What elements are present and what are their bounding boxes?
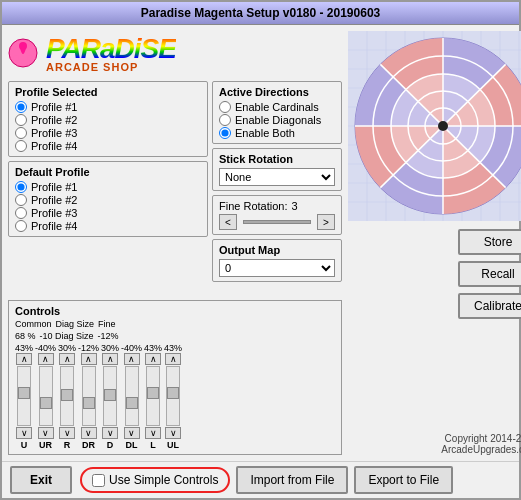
default-profile-3-option[interactable]: Profile #3 [15,207,201,219]
fine-header: Fine [98,319,116,329]
slider-common-up[interactable]: ∧ [16,353,32,365]
slider-ur-track [39,366,53,426]
stick-rotation-section: Stick Rotation None 45° 90° [212,148,342,191]
slider-ur-up[interactable]: ∧ [38,353,54,365]
default-profile-2-radio[interactable] [15,194,27,206]
profile-3-radio[interactable] [15,127,27,139]
fine-rotation-controls: < > [219,214,335,230]
slider-l-down[interactable]: ∨ [145,427,161,439]
default-profile-3-radio[interactable] [15,207,27,219]
default-profile-1-radio[interactable] [15,181,27,193]
enable-diagonals-radio[interactable] [219,114,231,126]
fine-rotation-value: 3 [291,200,297,212]
slider-dl-up[interactable]: ∧ [124,353,140,365]
slider-r-down[interactable]: ∨ [59,427,75,439]
default-profile-4-radio[interactable] [15,220,27,232]
import-button[interactable]: Import from File [236,466,348,494]
slider-r-up[interactable]: ∧ [59,353,75,365]
slider-d-down[interactable]: ∨ [102,427,118,439]
default-profile-1-option[interactable]: Profile #1 [15,181,201,193]
window-title: Paradise Magenta Setup v0180 - 20190603 [141,6,380,20]
recall-button[interactable]: Recall [458,261,521,287]
output-map-label: Output Map [219,244,335,256]
slider-d-up[interactable]: ∧ [102,353,118,365]
slider-col-dl: -40% ∧ ∨ DL [121,343,142,450]
fine-rotation-right-btn[interactable]: > [317,214,335,230]
calibrate-button[interactable]: Calibrate [458,293,521,319]
slider-r-thumb [61,389,73,401]
svg-point-3 [27,55,33,61]
slider-l-up[interactable]: ∧ [145,353,161,365]
default-profile-2-option[interactable]: Profile #2 [15,194,201,206]
fine-rotation-section: Fine Rotation: 3 < > [212,195,342,235]
common-value: 68 % [15,331,36,341]
slider-dl-track [125,366,139,426]
controls-values-row: 68 % -10 Diag Size -12% [15,331,335,341]
logo-text: PARaDiSE [46,35,176,63]
enable-cardinals-option[interactable]: Enable Cardinals [219,101,335,113]
slider-common-thumb [18,387,30,399]
fine-rotation-left-btn[interactable]: < [219,214,237,230]
store-button[interactable]: Store [458,229,521,255]
export-button[interactable]: Export to File [354,466,453,494]
slider-dr-track [82,366,96,426]
profile-2-radio[interactable] [15,114,27,126]
controls-label: Controls [15,305,335,317]
profile-selected-label: Profile Selected [15,86,201,98]
slider-dl-down[interactable]: ∨ [124,427,140,439]
main-row: Profile Selected Profile #1 Profile #2 P… [8,81,342,294]
title-bar: Paradise Magenta Setup v0180 - 20190603 [2,2,519,25]
profile-1-radio[interactable] [15,101,27,113]
slider-ur-thumb [40,397,52,409]
slider-dr-up[interactable]: ∧ [81,353,97,365]
slider-ul-up[interactable]: ∧ [165,353,181,365]
slider-col-r: 30% ∧ ∨ R [58,343,76,450]
profile-4-radio[interactable] [15,140,27,152]
enable-both-option[interactable]: Enable Both [219,127,335,139]
slider-d-thumb [104,389,116,401]
slider-col-l: 43% ∧ ∨ L [144,343,162,450]
profile-selected-group: Profile #1 Profile #2 Profile #3 Profile… [15,101,201,152]
simple-controls-checkbox[interactable] [92,474,105,487]
controls-headers: Common Diag Size Fine [15,319,335,329]
profile-2-option[interactable]: Profile #2 [15,114,201,126]
default-profile-group: Profile #1 Profile #2 Profile #3 Profile… [15,181,201,232]
output-map-section: Output Map 0 1 2 [212,239,342,282]
slider-ul-down[interactable]: ∨ [165,427,181,439]
profile-1-option[interactable]: Profile #1 [15,101,201,113]
diag-size-value: -10 Diag Size [40,331,94,341]
right-panel: Store Recall Calibrate Copyright 2014-20… [348,31,521,455]
slider-d-track [103,366,117,426]
slider-col-d: 30% ∧ ∨ D [101,343,119,450]
slider-l-track [146,366,160,426]
slider-common-down[interactable]: ∨ [16,427,32,439]
svg-point-32 [438,121,448,131]
slider-col-common: 43% ∧ ∨ U [15,343,33,450]
slider-dr-down[interactable]: ∨ [81,427,97,439]
simple-controls-label[interactable]: Use Simple Controls [109,473,218,487]
controls-section: Controls Common Diag Size Fine 68 % -10 … [8,300,342,455]
enable-both-radio[interactable] [219,127,231,139]
fine-pct: -12% [98,331,119,341]
profile-4-option[interactable]: Profile #4 [15,140,201,152]
stick-rotation-label: Stick Rotation [219,153,335,165]
exit-button[interactable]: Exit [10,466,72,494]
output-map-select[interactable]: 0 1 2 [219,259,335,277]
slider-l-thumb [147,387,159,399]
profile-3-option[interactable]: Profile #3 [15,127,201,139]
slider-col-ul: 43% ∧ ∨ UL [164,343,182,450]
copyright-area: Copyright 2014-2019 ArcadeUpgrades.com [441,433,521,455]
slider-ur-down[interactable]: ∨ [38,427,54,439]
slider-dl-thumb [126,397,138,409]
main-window: Paradise Magenta Setup v0180 - 20190603 … [0,0,521,500]
logo-area: PARaDiSE ARCADE SHOP [8,31,342,77]
middle-controls: Active Directions Enable Cardinals Enabl… [212,81,342,294]
stick-rotation-select[interactable]: None 45° 90° [219,168,335,186]
slider-col-dr: -12% ∧ ∨ DR [78,343,99,450]
slider-col-ur: -40% ∧ ∨ UR [35,343,56,450]
default-profile-4-option[interactable]: Profile #4 [15,220,201,232]
enable-cardinals-radio[interactable] [219,101,231,113]
enable-diagonals-option[interactable]: Enable Diagonals [219,114,335,126]
slider-common-track [17,366,31,426]
active-directions-group: Enable Cardinals Enable Diagonals Enable… [219,101,335,139]
